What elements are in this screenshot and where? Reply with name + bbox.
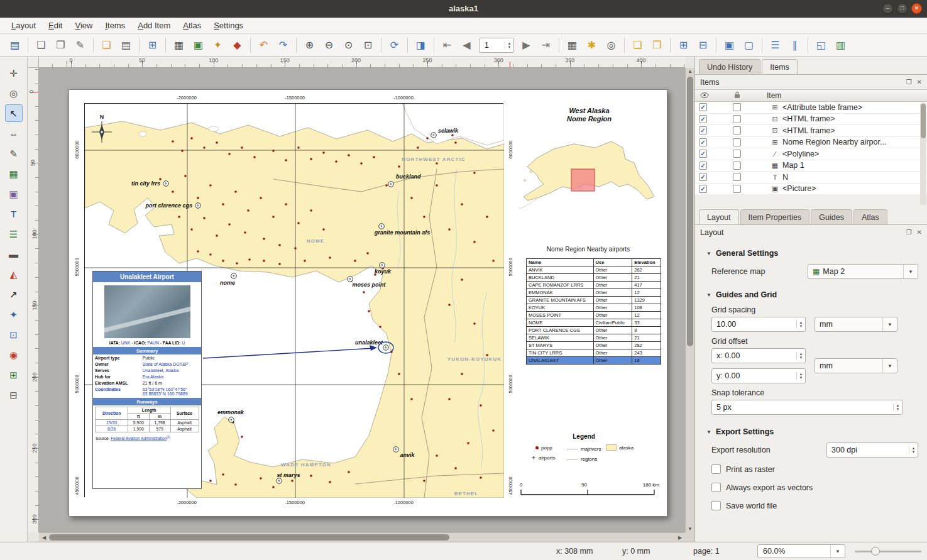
undo-button[interactable]: ↶ [255, 36, 272, 53]
atlas-settings-button[interactable]: ✱ [583, 36, 600, 53]
add-shape-tool[interactable]: ◭ [5, 265, 23, 283]
previous-feature-button[interactable]: ◀ [458, 36, 475, 53]
add-arrow-tool[interactable]: ↗ [5, 285, 23, 303]
first-feature-button[interactable]: ⇤ [439, 36, 456, 53]
tab-undo-history[interactable]: Undo History [699, 59, 760, 75]
items-row[interactable]: ✓▦Map 1 [695, 160, 927, 172]
lock-checkbox[interactable] [733, 103, 741, 111]
visibility-checkbox[interactable]: ✓ [699, 115, 707, 123]
pan-layout-tool[interactable]: ✛ [5, 64, 23, 82]
save-project-button[interactable]: ▤ [6, 36, 23, 53]
add-pages-button[interactable]: ⊞ [144, 36, 161, 53]
menu-settings[interactable]: Settings [207, 18, 250, 33]
zoom-actual-button[interactable]: ⊙ [340, 36, 357, 53]
lock-checkbox[interactable] [733, 185, 741, 193]
tab-item-properties[interactable]: Item Properties [740, 209, 810, 225]
page-number-spinbox[interactable]: 1▲▼ [479, 38, 514, 53]
items-row[interactable]: ✓∕<Polyline> [695, 148, 927, 160]
visibility-checkbox[interactable]: ✓ [699, 103, 707, 111]
add-picture-tool[interactable]: ▣ [5, 185, 23, 202]
vertical-scrollbar[interactable]: ▲ ▼ [685, 68, 694, 532]
section-general-settings[interactable]: ▼ General Settings [695, 245, 927, 261]
export-svg-button[interactable]: ✦ [209, 36, 226, 53]
grid-offset-unit-combo[interactable]: mm ▼ [815, 358, 897, 373]
map-title[interactable]: West Alaska Nome Region [518, 107, 660, 123]
overview-map-item[interactable] [518, 126, 660, 219]
zoom-tool-tool[interactable]: ◎ [5, 84, 23, 102]
export-image-button[interactable]: ▣ [190, 36, 207, 53]
zoom-slider-handle[interactable] [871, 547, 880, 556]
add-marker-tool[interactable]: ◉ [5, 346, 23, 363]
print-button[interactable]: ▦ [170, 36, 187, 53]
items-row[interactable]: ✓⊡<HTML frame> [695, 114, 927, 126]
visibility-checkbox[interactable]: ✓ [699, 185, 707, 193]
export-resolution-spin[interactable]: 300 dpi ▲▼ [826, 442, 918, 458]
menu-view[interactable]: View [69, 18, 99, 33]
items-row[interactable]: ✓⊞Nome Region Nearby airpor... [695, 137, 927, 149]
layout-page[interactable]: ✈selawik✈buckland✈tin city lrrs✈port cla… [69, 89, 667, 517]
add-legend-tool[interactable]: ☰ [5, 225, 23, 243]
move-item-content-tool[interactable]: ⇔ [5, 124, 23, 142]
items-row[interactable]: ✓⊞<Attribute table frame> [695, 102, 927, 114]
horizontal-scrollbar[interactable]: ◀ ▶ [39, 532, 685, 542]
section-export-settings[interactable]: ▼ Export Settings [695, 424, 927, 440]
close-icon[interactable]: ✕ [911, 3, 922, 14]
scalebar-item[interactable]: 0 90 180 km [520, 482, 659, 498]
tab-atlas[interactable]: Atlas [853, 209, 887, 225]
paste-style-button[interactable]: ❐ [649, 36, 666, 53]
duplicate-layout-button[interactable]: ❐ [52, 36, 69, 53]
items-row[interactable]: ✓▣<Picture> [695, 184, 927, 195]
next-feature-button[interactable]: ▶ [518, 36, 535, 53]
lock-checkbox[interactable] [733, 150, 741, 158]
add-node-item-tool[interactable]: ✦ [5, 305, 23, 323]
attribute-table-item[interactable]: NameUseElevationANVIKOther282BUCKLANDOth… [526, 258, 661, 365]
resize-items-button[interactable]: ◱ [813, 36, 830, 53]
maximize-icon[interactable]: □ [897, 3, 908, 14]
export-pdf-button[interactable]: ◆ [229, 36, 246, 53]
new-layout-button[interactable]: ❏ [33, 36, 50, 53]
item-options-button[interactable]: ▥ [832, 36, 849, 53]
html-frame-item[interactable]: Unalakleet Airport IATA: UNK - ICAO: PAU… [92, 271, 202, 489]
zoom-to-atlas-button[interactable]: ◎ [603, 36, 620, 53]
lock-checkbox[interactable] [733, 126, 741, 135]
grid-offset-y-spin[interactable]: y: 0.00 ▲▼ [711, 368, 806, 383]
ungroup-items-button[interactable]: ⊟ [694, 36, 711, 53]
lock-items-button[interactable]: ▣ [721, 36, 738, 53]
menu-items[interactable]: Items [99, 18, 131, 33]
layout-canvas[interactable]: ✈selawik✈buckland✈tin city lrrs✈port cla… [39, 68, 685, 532]
visibility-checkbox[interactable]: ✓ [699, 138, 707, 146]
close-panel-icon[interactable]: ✕ [917, 79, 922, 85]
zoom-slider[interactable] [855, 551, 921, 552]
visibility-checkbox[interactable]: ✓ [699, 162, 707, 170]
grid-spacing-spin[interactable]: 10.00 ▲▼ [711, 317, 806, 332]
items-row[interactable]: ✓TN [695, 172, 927, 184]
float-panel-icon[interactable]: ❐ [906, 229, 912, 236]
lock-checkbox[interactable] [733, 173, 741, 181]
close-panel-icon[interactable]: ✕ [917, 229, 922, 236]
redo-button[interactable]: ↷ [275, 36, 292, 53]
distribute-items-button[interactable]: ∥ [786, 36, 803, 53]
grid-spacing-unit-combo[interactable]: mm ▼ [815, 317, 897, 332]
visibility-checkbox[interactable]: ✓ [699, 173, 707, 181]
items-row[interactable]: ✓⊡<HTML frame> [695, 125, 927, 137]
legend-title[interactable]: Legend [552, 433, 615, 440]
zoom-in-button[interactable]: ⊕ [301, 36, 318, 53]
zoom-full-button[interactable]: ⊡ [359, 36, 376, 53]
add-fixed-table-tool[interactable]: ⊟ [5, 386, 23, 404]
tab-guides[interactable]: Guides [811, 209, 852, 225]
save-world-file-checkbox[interactable] [711, 501, 721, 510]
add-attribute-table-tool[interactable]: ⊞ [5, 366, 23, 383]
add-label-tool[interactable]: T [5, 205, 23, 222]
visibility-checkbox[interactable]: ✓ [699, 150, 707, 158]
menu-add-item[interactable]: Add Item [131, 18, 177, 33]
group-items-button[interactable]: ⊞ [675, 36, 692, 53]
snap-tolerance-spin[interactable]: 5 px ▲▼ [711, 400, 902, 415]
attribute-table-title[interactable]: Nome Region Nearby airports [519, 246, 657, 253]
visibility-checkbox[interactable]: ✓ [699, 126, 707, 135]
spin-arrows[interactable]: ▲▼ [505, 41, 513, 49]
open-layout-button[interactable]: ❏ [98, 36, 115, 53]
menu-layout[interactable]: Layout [5, 18, 42, 33]
lock-checkbox[interactable] [733, 162, 741, 170]
print-as-raster-checkbox[interactable] [711, 464, 721, 474]
minimize-icon[interactable]: – [882, 3, 893, 14]
